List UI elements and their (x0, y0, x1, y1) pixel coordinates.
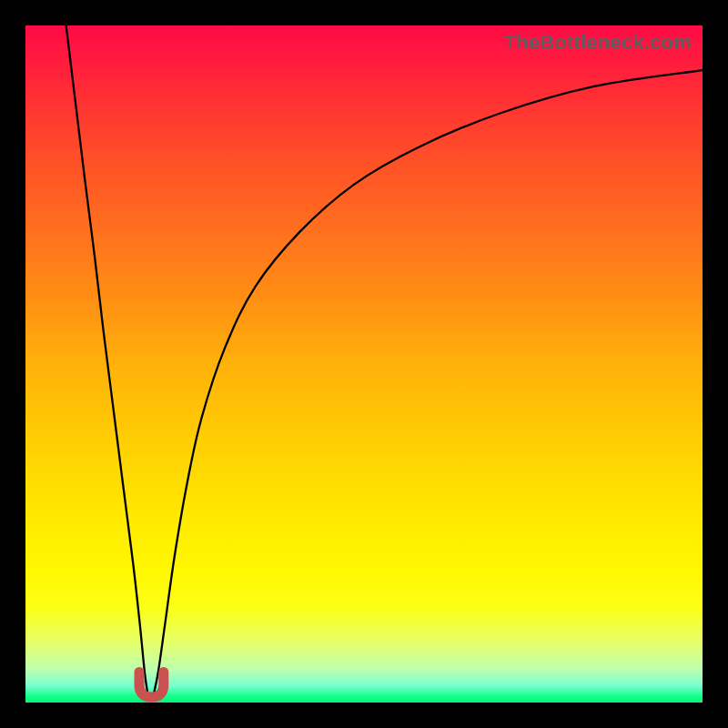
dip-marker (25, 25, 703, 703)
chart-frame: TheBottleneck.com (0, 0, 728, 728)
watermark-text: TheBottleneck.com (504, 31, 692, 55)
plot-area: TheBottleneck.com (25, 25, 703, 703)
